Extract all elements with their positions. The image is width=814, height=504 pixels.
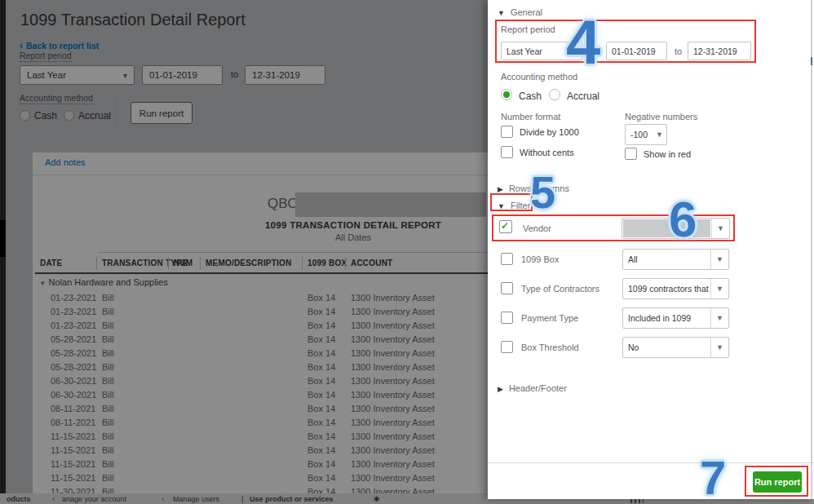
annotation-box-vendor bbox=[492, 214, 735, 241]
step-number-5: 5 bbox=[530, 170, 555, 215]
panel-scrollbar-marker bbox=[811, 57, 812, 65]
step-number-7: 7 bbox=[700, 454, 726, 502]
app-window: 1099 Transaction Detail Report ‹Back to … bbox=[0, 0, 814, 504]
filter-row-label: Box Threshold bbox=[521, 343, 579, 352]
header-footer-section-header[interactable]: ▶Header/Footer bbox=[498, 380, 567, 395]
filter-row-label: Payment Type bbox=[521, 313, 578, 323]
filter-row-select[interactable]: No▼ bbox=[622, 337, 729, 358]
filter-row-select[interactable]: Included in 1099▼ bbox=[622, 307, 729, 329]
panel-scrollbar[interactable] bbox=[811, 0, 812, 499]
filter-row: Payment Type Included in 1099▼ bbox=[488, 307, 814, 329]
caret-down-icon: ▼ bbox=[710, 338, 728, 357]
without-cents-checkbox[interactable] bbox=[501, 146, 513, 158]
filter-row-select[interactable]: All▼ bbox=[622, 249, 729, 270]
annotation-box-run-report bbox=[745, 466, 808, 497]
filter-checkbox[interactable] bbox=[501, 341, 513, 353]
annotation-box-report-period bbox=[495, 20, 756, 63]
annotation-box-filter bbox=[490, 193, 533, 211]
divide-by-1000-checkbox[interactable] bbox=[501, 126, 513, 138]
customize-report-panel: ▼General Report period Last Year 01-01-2… bbox=[488, 0, 814, 499]
caret-right-icon: ▶ bbox=[498, 185, 503, 193]
filter-row-label: Type of Contractors bbox=[521, 284, 599, 294]
filter-row-value: 1099 contractors that m bbox=[623, 279, 710, 298]
filter-checkbox[interactable] bbox=[501, 282, 513, 294]
panel-cash-label: Cash bbox=[519, 91, 542, 102]
caret-down-icon: ▼ bbox=[710, 308, 728, 328]
panel-footer-divider bbox=[488, 462, 814, 463]
caret-down-icon: ▼ bbox=[656, 125, 666, 144]
caret-down-icon: ▼ bbox=[498, 9, 505, 17]
panel-accrual-radio[interactable] bbox=[549, 89, 560, 100]
general-section-header[interactable]: ▼General bbox=[498, 4, 542, 19]
filter-rows: 1099 Box All▼ Type of Contractors 1099 c… bbox=[488, 249, 814, 366]
number-format-label: Number format bbox=[501, 112, 560, 122]
caret-down-icon: ▼ bbox=[710, 250, 728, 269]
step-number-4: 4 bbox=[566, 11, 600, 73]
filter-row-value: All bbox=[623, 250, 710, 269]
radio-dot bbox=[503, 91, 510, 98]
filter-row-label: 1099 Box bbox=[521, 254, 559, 264]
filter-row-value: Included in 1099 bbox=[623, 308, 710, 328]
caret-right-icon: ▶ bbox=[498, 385, 503, 393]
panel-accrual-label: Accrual bbox=[567, 91, 599, 102]
general-section-label: General bbox=[511, 7, 542, 17]
panel-cash-radio-selected[interactable] bbox=[501, 89, 512, 100]
show-in-red-label: Show in red bbox=[644, 149, 691, 159]
negative-numbers-value: -100 bbox=[626, 125, 656, 144]
filter-row-value: No bbox=[623, 338, 710, 357]
negative-numbers-select[interactable]: -100▼ bbox=[625, 124, 667, 145]
filter-row-select[interactable]: 1099 contractors that m▼ bbox=[622, 278, 729, 299]
filter-checkbox[interactable] bbox=[501, 312, 513, 324]
header-footer-label: Header/Footer bbox=[509, 383, 567, 393]
step-number-6: 6 bbox=[669, 194, 697, 245]
filter-row: Box Threshold No▼ bbox=[488, 337, 814, 358]
caret-down-icon: ▼ bbox=[710, 279, 728, 298]
filter-row: 1099 Box All▼ bbox=[488, 249, 814, 270]
filter-checkbox[interactable] bbox=[501, 253, 513, 265]
show-in-red-checkbox[interactable] bbox=[625, 148, 637, 160]
without-cents-label: Without cents bbox=[520, 148, 574, 157]
filter-row: Type of Contractors 1099 contractors tha… bbox=[488, 278, 814, 299]
divide-by-1000-label: Divide by 1000 bbox=[520, 127, 579, 137]
negative-numbers-label: Negative numbers bbox=[625, 112, 697, 122]
